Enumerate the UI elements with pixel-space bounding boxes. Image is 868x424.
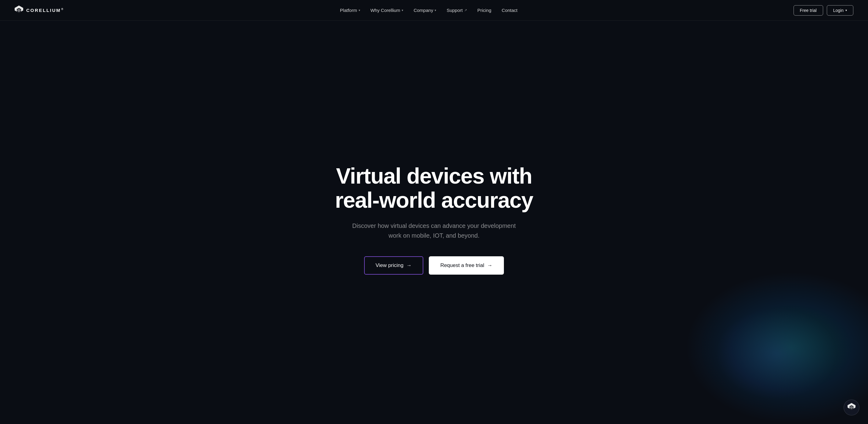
nav-item-company[interactable]: Company ▾ bbox=[409, 5, 440, 15]
free-trial-button[interactable]: Free trial bbox=[794, 5, 823, 16]
chevron-down-icon: ▾ bbox=[435, 8, 436, 12]
brand-name: CORELLIUM® bbox=[26, 8, 64, 13]
chevron-down-icon: ▾ bbox=[402, 8, 403, 12]
arrow-right-icon: → bbox=[487, 262, 492, 268]
logo[interactable]: CORELLIUM® bbox=[14, 5, 64, 15]
external-link-icon: ↗ bbox=[464, 8, 467, 12]
arrow-right-icon: → bbox=[406, 262, 412, 268]
hero-subtitle: Discover how virtual devices can advance… bbox=[348, 221, 520, 241]
view-pricing-button[interactable]: View pricing → bbox=[364, 256, 423, 275]
nav-links: Platform ▾ Why Corellium ▾ Company ▾ Sup… bbox=[336, 5, 522, 15]
login-button[interactable]: Login ▾ bbox=[827, 5, 854, 16]
hero-buttons: View pricing → Request a free trial → bbox=[364, 256, 504, 275]
chevron-down-icon: ▾ bbox=[359, 8, 360, 12]
floating-logo-icon bbox=[847, 403, 856, 412]
hero-section: Virtual devices with real-world accuracy… bbox=[0, 21, 868, 424]
nav-item-why-corellium[interactable]: Why Corellium ▾ bbox=[366, 5, 408, 15]
nav-item-platform[interactable]: Platform ▾ bbox=[336, 5, 364, 15]
chevron-down-icon: ▾ bbox=[845, 8, 847, 12]
nav-item-pricing[interactable]: Pricing bbox=[473, 5, 496, 15]
hero-title: Virtual devices with real-world accuracy bbox=[315, 164, 553, 212]
nav-actions: Free trial Login ▾ bbox=[794, 5, 854, 16]
navbar: CORELLIUM® Platform ▾ Why Corellium ▾ Co… bbox=[0, 0, 868, 21]
nav-item-support[interactable]: Support ↗ bbox=[442, 5, 471, 15]
logo-icon bbox=[14, 5, 23, 15]
floating-logo-button[interactable] bbox=[844, 400, 860, 416]
nav-item-contact[interactable]: Contact bbox=[497, 5, 522, 15]
request-free-trial-button[interactable]: Request a free trial → bbox=[429, 256, 504, 275]
